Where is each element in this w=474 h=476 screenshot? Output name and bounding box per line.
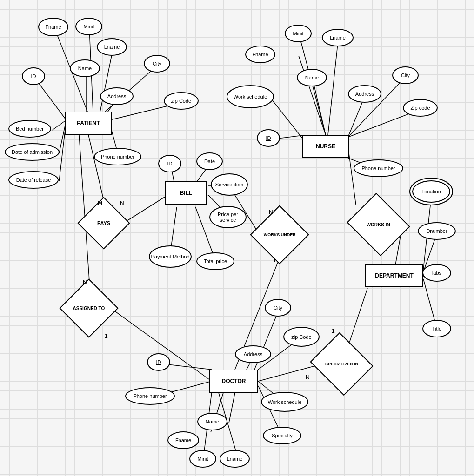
nurse-fname-attr: Fname [245, 46, 275, 63]
assigned-n-label: N [83, 279, 87, 285]
bill-id-attr: ID [158, 155, 181, 172]
works-under-1-label: 1 [273, 257, 276, 264]
doctor-lname-attr: Lname [220, 450, 250, 468]
nurse-minit-attr: Minit [285, 25, 312, 42]
svg-line-24 [299, 56, 326, 135]
doctor-address-attr: Address [235, 345, 271, 363]
svg-line-44 [229, 393, 235, 423]
specialized-1-label: 1 [332, 328, 335, 334]
patient-doa-attr: Date of admission [5, 143, 60, 161]
patient-name-attr: Name [70, 60, 100, 77]
bill-payment-attr: Payment Method [149, 245, 192, 268]
pays-n-label: N [120, 200, 124, 206]
doctor-phone-attr: Phone number [125, 387, 175, 405]
department-entity: DEPARTMENT [365, 264, 423, 287]
patient-dor-attr: Date of release [8, 171, 59, 189]
nurse-label: NURSE [316, 143, 335, 150]
doctor-minit-attr: Minit [189, 450, 216, 468]
svg-line-13 [123, 195, 167, 223]
nurse-city-attr: City [392, 66, 419, 84]
specialized-n-label: N [306, 374, 310, 381]
svg-line-21 [171, 207, 177, 246]
nurse-entity: NURSE [302, 135, 349, 158]
patient-phone-attr: Phone number [94, 148, 141, 165]
dept-title-attr: Title [422, 320, 451, 337]
doctor-entity: DOCTOR [209, 370, 258, 393]
nurse-id-attr: ID [257, 129, 280, 147]
svg-line-8 [52, 121, 65, 130]
svg-line-27 [313, 79, 326, 135]
nurse-phone-attr: Phone number [354, 159, 403, 177]
nurse-address-attr: Address [348, 85, 381, 103]
dept-dnumber-attr: Dnumber [418, 222, 456, 240]
svg-line-34 [348, 146, 356, 205]
svg-line-4 [35, 78, 65, 119]
svg-line-26 [328, 40, 338, 135]
patient-address-attr: Address [100, 87, 134, 105]
doctor-fname-attr: Fname [167, 431, 199, 449]
dept-labs-attr: labs [422, 264, 451, 282]
nurse-name-attr: Name [297, 69, 327, 86]
doctor-zip-attr: zip Code [283, 327, 320, 347]
svg-line-12 [88, 135, 105, 205]
patient-lname-attr: Lname [97, 38, 127, 56]
nurse-zipcode-attr: Zip code [403, 99, 438, 117]
bill-service-attr: Service item [211, 173, 248, 196]
dept-location-attr: Location [412, 180, 450, 203]
svg-line-14 [79, 135, 90, 287]
doctor-id-attr: ID [147, 353, 170, 371]
nurse-ws-attr: Work schedule [227, 85, 274, 108]
patient-label: PATIENT [77, 120, 100, 126]
bill-total-attr: Total price [196, 252, 234, 270]
pays-m-label: M [98, 200, 102, 206]
works-under-n-label: N [269, 209, 273, 216]
diagram-canvas: PATIENT NURSE BILL DOCTOR DEPARTMENT Fna… [0, 0, 474, 476]
nurse-lname-attr: Lname [322, 29, 354, 46]
patient-zip-attr: zip Code [164, 92, 199, 110]
patient-fname-attr: Fname [38, 18, 68, 36]
patient-entity: PATIENT [65, 112, 112, 135]
bill-entity: BILL [165, 181, 207, 205]
bill-label: BILL [180, 190, 193, 196]
doctor-ws-attr: Work schedule [261, 392, 308, 412]
patient-bed-attr: Bed number [8, 120, 51, 138]
bill-date-attr: Date [196, 152, 223, 170]
patient-minit-attr: Minit [75, 18, 102, 35]
doctor-label: DOCTOR [222, 378, 246, 384]
bill-price-attr: Price per service [209, 206, 247, 228]
patient-id-attr: ID [22, 67, 45, 85]
doctor-specialty-attr: Specialty [263, 427, 301, 444]
patient-city-attr: City [144, 55, 170, 73]
doctor-city-attr: City [265, 299, 291, 317]
assigned-1-label: 1 [105, 333, 108, 339]
department-label: DEPARTMENT [375, 272, 413, 279]
doctor-name-attr: Name [197, 413, 227, 430]
